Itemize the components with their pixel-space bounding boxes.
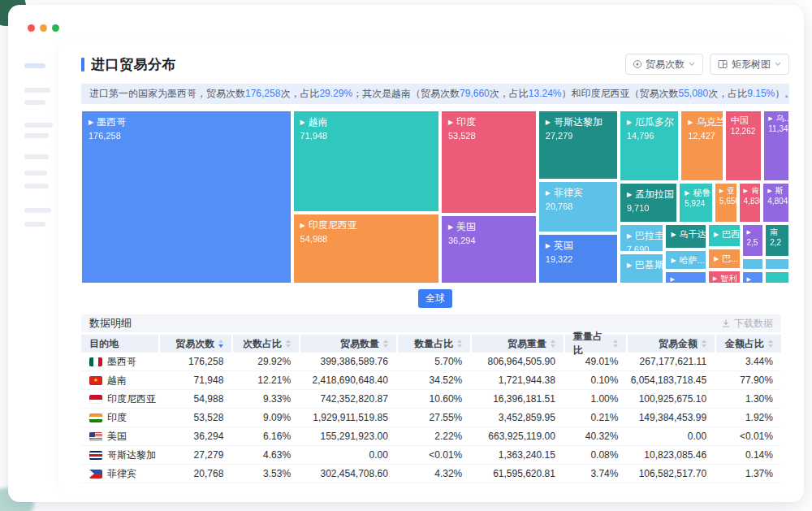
treemap-tile-肯[interactable]: ▶肯4,836 xyxy=(739,183,762,223)
close-window-button[interactable] xyxy=(28,24,35,32)
value-cell: 3.44% xyxy=(715,353,781,370)
treemap-tile-亚[interactable]: ▶亚5,650 xyxy=(715,183,737,223)
column-header-金额占比[interactable]: 金额占比 xyxy=(715,335,781,353)
tile-label: 巴... xyxy=(722,253,738,263)
treemap-tile-乌...[interactable]: ▶乌...11,342 xyxy=(763,110,789,181)
treemap-tile-墨西哥[interactable]: ▶墨西哥176,258 xyxy=(81,110,292,284)
treemap-tile-英国[interactable]: ▶英国19,322 xyxy=(538,234,618,284)
treemap-icon xyxy=(718,59,728,69)
destination-cell: 印度尼西亚 xyxy=(81,390,158,408)
treemap-tile-哈萨...[interactable]: ▶哈萨... xyxy=(665,250,706,270)
sort-icon[interactable] xyxy=(551,340,555,348)
treemap-tile-南[interactable]: 南2,2 xyxy=(765,224,789,257)
column-header-重量占比[interactable]: 重量占比 xyxy=(564,335,627,353)
sort-icon[interactable] xyxy=(286,340,291,348)
treemap-tile-印度[interactable]: ▶印度53,528 xyxy=(441,110,537,214)
summary-banner: 进口第一的国家为墨西哥，贸易次数176,258次，占比29.29%；其次是越南（… xyxy=(81,84,789,104)
maximize-window-button[interactable] xyxy=(52,24,59,32)
sort-icon[interactable] xyxy=(457,340,462,348)
value-cell: 6.16% xyxy=(231,427,299,445)
sort-icon[interactable] xyxy=(218,340,223,348)
treemap-tile-哥斯达黎加[interactable]: ▶哥斯达黎加27,279 xyxy=(538,110,618,180)
tile-value: 4,804 xyxy=(767,197,784,206)
treemap-tile-unlabeled[interactable] xyxy=(742,258,764,270)
value-cell: 1.00% xyxy=(564,390,627,408)
download-icon xyxy=(721,318,731,328)
treemap-tile-unlabeled[interactable] xyxy=(765,271,789,284)
treemap-tile-越南[interactable]: ▶越南71,948 xyxy=(293,110,439,212)
table-row-菲律宾: 菲律宾20,7683.53%302,454,708.604.32%61,595,… xyxy=(81,465,781,483)
value-cell: 2,418,690,648.40 xyxy=(299,371,396,389)
panel-title: 数据明细 xyxy=(89,316,132,331)
metric-select-label: 贸易次数 xyxy=(646,58,685,71)
minimize-window-button[interactable] xyxy=(40,24,47,32)
column-header-贸易次数[interactable]: 贸易次数 xyxy=(158,335,232,353)
tile-label: 肯 xyxy=(751,186,759,195)
treemap-tile-巴...[interactable]: ▶巴... xyxy=(708,249,741,269)
destination-name: 美国 xyxy=(107,430,127,444)
tile-label: 厄瓜多尔 xyxy=(635,116,674,128)
treemap-tile-中国[interactable]: 中国12,262 xyxy=(725,110,762,181)
chart-type-select-dropdown[interactable]: 矩形树图 xyxy=(710,54,789,75)
sort-icon[interactable] xyxy=(383,340,388,348)
treemap-tile-unlabeled[interactable]: ▶2,5 xyxy=(742,224,764,257)
column-header-贸易数量[interactable]: 贸易数量 xyxy=(299,335,396,353)
value-cell: 0.00 xyxy=(626,427,715,445)
treemap-tile-菲律宾[interactable]: ▶菲律宾20,768 xyxy=(538,181,618,232)
treemap-tile-乌干达[interactable]: ▶乌干达 xyxy=(665,224,706,249)
column-header-次数占比[interactable]: 次数占比 xyxy=(231,335,299,353)
chevron-down-icon xyxy=(689,62,695,67)
panel-header: 数据明细 下载数据 xyxy=(81,314,781,332)
sort-icon[interactable] xyxy=(768,340,773,348)
main-content-card: 进口贸易分布 贸易次数 矩形树图 进口第一的国家为墨西哥，贸易次数176,258… xyxy=(58,41,799,494)
destination-cell: 越南 xyxy=(81,371,158,389)
treemap-tile-巴拉圭[interactable]: ▶巴拉圭7,690 xyxy=(620,224,664,252)
value-cell: 29.92% xyxy=(231,353,299,370)
treemap-tile-巴基斯坦[interactable]: ▶巴基斯坦 xyxy=(620,253,664,284)
treemap-tile-unlabeled[interactable]: ▶ xyxy=(742,271,764,284)
table-row-美国: 美国36,2946.16%155,291,923.002.22%663,925,… xyxy=(81,427,781,446)
download-data-button[interactable]: 下载数据 xyxy=(721,317,773,331)
treemap-tile-美国[interactable]: ▶美国36,294 xyxy=(441,215,537,284)
tile-label: 英国 xyxy=(554,240,573,251)
treemap-tile-孟加拉国[interactable]: ▶孟加拉国9,710 xyxy=(620,183,677,223)
treemap-tile-厄瓜多尔[interactable]: ▶厄瓜多尔14,796 xyxy=(620,110,679,181)
tile-label: 越南 xyxy=(309,116,328,128)
tile-value: 4,836 xyxy=(744,197,757,206)
treemap-tile-unlabeled[interactable]: ▶ xyxy=(665,271,706,284)
treemap-tile-秘鲁[interactable]: ▶秘鲁5,924 xyxy=(679,183,713,223)
treemap-tile-斯[interactable]: ▶斯4,804 xyxy=(762,183,789,223)
treemap-chart: ▶墨西哥176,258▶越南71,948▶印度尼西亚54,988▶印度53,52… xyxy=(81,110,789,284)
tile-label: 菲律宾 xyxy=(554,187,583,198)
flag-icon-cr xyxy=(89,451,102,460)
tile-label: 巴基斯坦 xyxy=(635,259,663,271)
column-header-label: 金额占比 xyxy=(725,337,764,351)
value-cell: 0.08% xyxy=(564,446,627,464)
value-cell: 100,925,675.10 xyxy=(626,390,715,408)
flag-icon-us xyxy=(89,432,102,441)
metric-icon xyxy=(633,60,641,68)
sort-icon[interactable] xyxy=(702,340,706,348)
table-row-墨西哥: 墨西哥176,25829.92%399,386,589.765.70%806,9… xyxy=(81,353,781,371)
summary-highlight-value: 79,660 xyxy=(460,88,490,99)
column-header-贸易金额[interactable]: 贸易金额 xyxy=(626,335,715,353)
column-header-贸易重量[interactable]: 贸易重量 xyxy=(470,335,564,353)
tile-label: 哈萨... xyxy=(680,255,705,265)
breadcrumb-root-button[interactable]: 全球 xyxy=(418,289,452,308)
tile-value: 11,342 xyxy=(768,124,784,133)
treemap-tile-印度尼西亚[interactable]: ▶印度尼西亚54,988 xyxy=(293,214,439,284)
treemap-tile-乌克兰[interactable]: ▶乌克兰12,427 xyxy=(680,110,723,181)
value-cell: 61,595,620.81 xyxy=(470,465,564,483)
treemap-tile-unlabeled[interactable] xyxy=(765,258,789,270)
metric-select-dropdown[interactable]: 贸易次数 xyxy=(625,54,703,75)
drilldown-arrow-icon: ▶ xyxy=(719,188,723,193)
treemap-tile-巴西[interactable]: ▶巴西 xyxy=(708,224,741,247)
sidebar-skeleton-item xyxy=(24,100,45,105)
tile-value: 19,322 xyxy=(546,254,611,264)
drilldown-arrow-icon: ▶ xyxy=(670,276,674,282)
column-header-数量占比[interactable]: 数量占比 xyxy=(396,335,470,353)
sort-icon[interactable] xyxy=(613,340,618,348)
value-cell: 663,925,119.00 xyxy=(470,427,564,445)
window-controls xyxy=(28,24,59,32)
treemap-tile-智利[interactable]: ▶智利 xyxy=(708,271,741,284)
